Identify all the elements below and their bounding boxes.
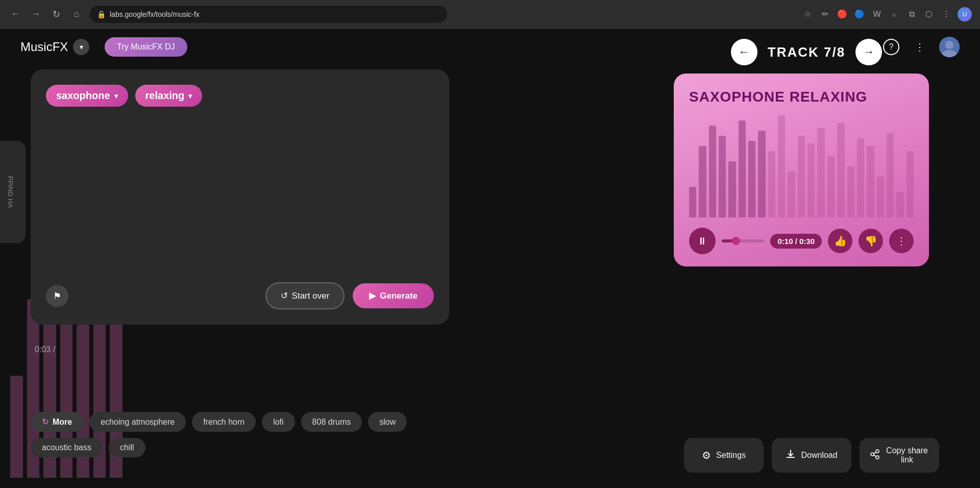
download-label: Download bbox=[801, 451, 837, 460]
bookmark-icon[interactable]: ☆ bbox=[801, 8, 814, 20]
time-badge: 0:10 / 0:30 bbox=[770, 234, 822, 249]
help-icon: ? bbox=[883, 39, 899, 55]
svg-point-1 bbox=[945, 41, 953, 49]
right-panel: ← TRACK 7/8 → SAXOPHONE RELAXING ⏸ 0:10 … bbox=[674, 39, 939, 266]
progress-bar[interactable] bbox=[722, 239, 764, 242]
extensions-icon[interactable]: ⧉ bbox=[905, 8, 918, 20]
browser-menu-icon[interactable]: ⋮ bbox=[940, 8, 952, 20]
header-right: ? ⋮ bbox=[882, 37, 960, 57]
chip-french-horn[interactable]: french horn bbox=[192, 412, 256, 432]
chip-echoing-atmosphere[interactable]: echoing atmosphere bbox=[89, 412, 186, 432]
help-button[interactable]: ? bbox=[882, 38, 900, 56]
chip-acoustic-bass[interactable]: acoustic bass bbox=[31, 438, 103, 457]
timer-label: 0:03 / bbox=[35, 345, 55, 354]
track-card: SAXOPHONE RELAXING ⏸ 0:10 / 0:30 👍 👎 bbox=[674, 74, 929, 266]
flag-button[interactable]: ⚑ bbox=[46, 285, 68, 307]
chip-label: french horn bbox=[203, 418, 244, 427]
ext3-icon[interactable]: W bbox=[871, 8, 883, 20]
chip-808-drums[interactable]: 808 drums bbox=[301, 412, 362, 432]
download-button[interactable]: Download bbox=[772, 438, 851, 473]
flag-icon: ⚑ bbox=[53, 290, 61, 302]
chip-lofi[interactable]: lofi bbox=[262, 412, 295, 432]
start-over-label: Start over bbox=[292, 291, 330, 301]
app-header: MusicFX ▾ Try MusicFX DJ ? ⋮ bbox=[0, 29, 980, 65]
thumbs-down-icon: 👎 bbox=[865, 235, 877, 247]
profile-icon[interactable]: ⬡ bbox=[923, 8, 935, 20]
ext4-icon[interactable]: ⬦ bbox=[888, 8, 900, 20]
try-dj-button[interactable]: Try MusicFX DJ bbox=[105, 37, 187, 57]
chip-label: slow bbox=[379, 418, 396, 427]
relaxing-label: relaxing bbox=[145, 90, 185, 102]
chip-chill[interactable]: chill bbox=[109, 438, 145, 457]
refresh-button[interactable]: ↻ bbox=[49, 7, 63, 21]
dislike-button[interactable]: 👎 bbox=[859, 229, 883, 253]
back-button[interactable]: ← bbox=[8, 7, 22, 21]
tags-row: saxophone ▾ relaxing ▾ bbox=[46, 85, 434, 107]
browser-user-avatar[interactable]: U bbox=[958, 7, 972, 21]
home-button[interactable]: ⌂ bbox=[69, 7, 84, 21]
chip-label: echoing atmosphere bbox=[101, 418, 175, 427]
settings-label: Settings bbox=[716, 451, 746, 460]
pen-icon[interactable]: ✏ bbox=[819, 8, 831, 20]
more-vertical-icon: ⋮ bbox=[896, 235, 906, 247]
chip-label: 808 drums bbox=[312, 418, 351, 427]
logo-dropdown-button[interactable]: ▾ bbox=[73, 39, 89, 55]
app-title: MusicFX bbox=[20, 40, 68, 54]
bottom-controls: ⚑ ↺ Start over ▶ Generate bbox=[46, 282, 434, 309]
settings-button[interactable]: ⚙ Settings bbox=[684, 438, 764, 473]
generate-button[interactable]: ▶ Generate bbox=[353, 283, 434, 308]
relaxing-dropdown-icon: ▾ bbox=[188, 92, 192, 100]
url-text: labs.google/fx/tools/music-fx bbox=[110, 10, 200, 18]
more-menu-button[interactable]: ⋮ bbox=[911, 38, 929, 56]
more-chip-button[interactable]: ↻ More bbox=[31, 412, 83, 432]
start-over-icon: ↺ bbox=[281, 290, 288, 301]
generate-label: Generate bbox=[380, 291, 418, 301]
chip-label: lofi bbox=[273, 418, 283, 427]
pause-button[interactable]: ⏸ bbox=[689, 228, 716, 254]
download-icon bbox=[786, 449, 796, 462]
like-button[interactable]: 👍 bbox=[828, 229, 852, 253]
address-bar[interactable]: 🔒 labs.google/fx/tools/music-fx bbox=[90, 6, 447, 23]
input-panel: saxophone ▾ relaxing ▾ ⚑ ↺ Start over ▶ … bbox=[31, 69, 449, 325]
saxophone-dropdown-icon: ▾ bbox=[114, 92, 118, 100]
ext1-icon[interactable]: 🔴 bbox=[836, 8, 848, 20]
user-avatar[interactable] bbox=[939, 37, 960, 57]
app-logo: MusicFX ▾ bbox=[20, 39, 89, 55]
eq-visualization bbox=[689, 115, 914, 217]
chip-label: acoustic bass bbox=[42, 443, 91, 452]
start-over-button[interactable]: ↺ Start over bbox=[265, 282, 345, 309]
playback-controls: ⏸ 0:10 / 0:30 👍 👎 ⋮ bbox=[689, 228, 914, 254]
chip-slow[interactable]: slow bbox=[368, 412, 407, 432]
progress-thumb bbox=[732, 237, 740, 245]
lock-icon: 🔒 bbox=[97, 10, 106, 18]
thumbs-up-icon: 👍 bbox=[834, 235, 847, 247]
share-label: Copy share link bbox=[885, 446, 929, 465]
settings-icon: ⚙ bbox=[702, 449, 711, 461]
pause-icon: ⏸ bbox=[697, 235, 707, 247]
action-buttons-row: ⚙ Settings Download Copy share link bbox=[684, 438, 939, 473]
chips-row: ↻ More echoing atmosphere french horn lo… bbox=[31, 412, 449, 457]
forward-button[interactable]: → bbox=[29, 7, 43, 21]
browser-chrome: ← → ↻ ⌂ 🔒 labs.google/fx/tools/music-fx … bbox=[0, 0, 980, 29]
more-options-button[interactable]: ⋮ bbox=[889, 229, 914, 253]
partial-left-card: PPING HA bbox=[0, 141, 26, 243]
browser-icons: ☆ ✏ 🔴 🔵 W ⬦ ⧉ ⬡ ⋮ U bbox=[801, 7, 972, 21]
track-title: SAXOPHONE RELAXING bbox=[689, 89, 914, 105]
share-icon bbox=[870, 449, 880, 462]
more-icon: ⋮ bbox=[915, 41, 925, 53]
saxophone-label: saxophone bbox=[56, 90, 110, 102]
refresh-icon: ↻ bbox=[42, 417, 48, 427]
copy-share-link-button[interactable]: Copy share link bbox=[860, 438, 939, 473]
main-content: MusicFX ▾ Try MusicFX DJ ? ⋮ saxopho bbox=[0, 29, 980, 488]
more-label: More bbox=[53, 418, 72, 427]
ext2-icon[interactable]: 🔵 bbox=[853, 8, 866, 20]
relaxing-tag[interactable]: relaxing ▾ bbox=[135, 85, 203, 107]
chip-label: chill bbox=[120, 443, 134, 452]
saxophone-tag[interactable]: saxophone ▾ bbox=[46, 85, 128, 107]
generate-icon: ▶ bbox=[369, 290, 376, 301]
